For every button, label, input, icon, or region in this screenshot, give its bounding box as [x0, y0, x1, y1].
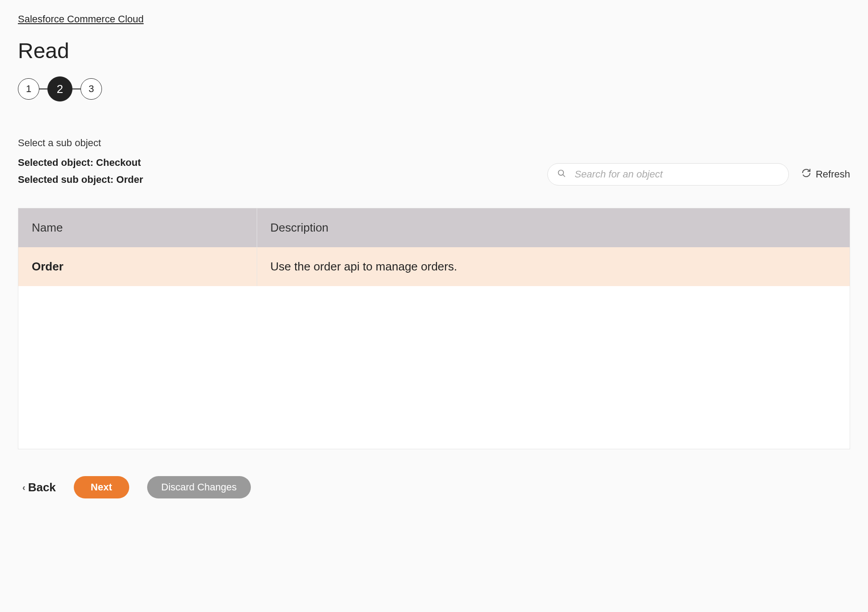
intro-text: Select a sub object [18, 137, 850, 149]
table-row[interactable]: Order Use the order api to manage orders… [18, 247, 850, 286]
step-connector [72, 89, 80, 89]
search-input[interactable] [547, 163, 789, 186]
step-1[interactable]: 1 [18, 78, 39, 100]
step-2[interactable]: 2 [47, 76, 72, 101]
discard-changes-button[interactable]: Discard Changes [147, 476, 251, 498]
svg-line-1 [563, 175, 565, 177]
back-button[interactable]: ‹ Back [22, 481, 56, 494]
cell-description: Use the order api to manage orders. [257, 247, 850, 286]
step-connector [39, 89, 47, 89]
sub-object-table: Name Description Order Use the order api… [18, 208, 850, 449]
refresh-label: Refresh [816, 169, 850, 180]
stepper: 1 2 3 [18, 76, 850, 101]
chevron-left-icon: ‹ [22, 482, 25, 493]
footer-actions: ‹ Back Next Discard Changes [18, 476, 850, 498]
svg-point-0 [558, 170, 563, 176]
search-wrapper [547, 163, 789, 186]
breadcrumb-link[interactable]: Salesforce Commerce Cloud [18, 13, 144, 25]
refresh-icon [801, 168, 811, 181]
search-icon [557, 169, 566, 180]
step-3[interactable]: 3 [80, 78, 102, 100]
table-header: Name Description [18, 208, 850, 247]
column-header-description: Description [257, 208, 850, 247]
column-header-name: Name [18, 208, 257, 247]
page-title: Read [18, 38, 850, 63]
next-button[interactable]: Next [74, 476, 129, 498]
refresh-button[interactable]: Refresh [801, 168, 850, 181]
back-label: Back [28, 481, 56, 494]
cell-name: Order [18, 247, 257, 286]
